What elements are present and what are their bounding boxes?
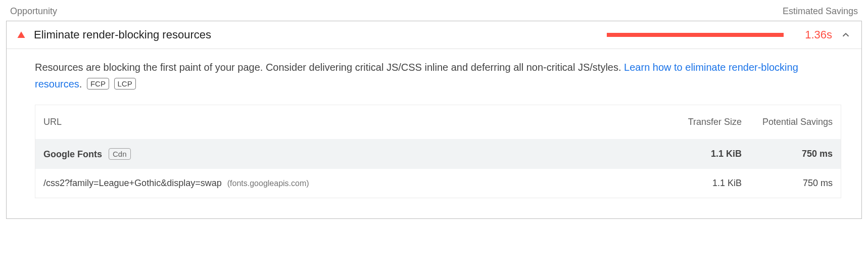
group-chip: Cdn (109, 148, 131, 160)
audit-summary-row[interactable]: Eliminate render-blocking resources 1.36… (7, 21, 861, 49)
col-header-potential-savings: Potential Savings (750, 105, 841, 139)
description-tail: . (79, 78, 82, 89)
col-header-url: URL (35, 105, 659, 139)
details-table: URL Transfer Size Potential Savings Goog… (35, 105, 841, 198)
row-transfer-size: 1.1 KiB (659, 169, 750, 198)
group-potential-savings: 750 ms (750, 139, 841, 169)
audit-description: Resources are blocking the first paint o… (35, 59, 841, 93)
group-transfer-size: 1.1 KiB (659, 139, 750, 169)
metric-tag-fcp: FCP (87, 78, 109, 89)
header-opportunity-label: Opportunity (10, 6, 57, 17)
table-group-row[interactable]: Google Fonts Cdn 1.1 KiB 750 ms (35, 139, 841, 169)
table-row: /css2?family=League+Gothic&display=swap … (35, 169, 841, 198)
savings-value: 1.36s (792, 28, 832, 41)
fail-triangle-icon (17, 30, 26, 39)
description-text: Resources are blocking the first paint o… (35, 62, 624, 73)
resource-path: /css2?family=League+Gothic&display=swap (43, 178, 222, 188)
audit-title: Eliminate render-blocking resources (34, 28, 211, 41)
table-header-row: URL Transfer Size Potential Savings (35, 105, 841, 139)
row-potential-savings: 750 ms (750, 169, 841, 198)
chevron-up-icon (840, 29, 851, 40)
header-savings-label: Estimated Savings (783, 6, 858, 17)
resource-origin: (fonts.googleapis.com) (227, 179, 309, 188)
col-header-transfer-size: Transfer Size (659, 105, 750, 139)
savings-bar (607, 33, 784, 37)
audits-header: Opportunity Estimated Savings (6, 6, 862, 21)
audit-panel: Eliminate render-blocking resources 1.36… (6, 21, 862, 219)
metric-tag-lcp: LCP (114, 78, 136, 89)
group-label: Google Fonts (43, 149, 102, 159)
audit-body: Resources are blocking the first paint o… (7, 49, 861, 218)
